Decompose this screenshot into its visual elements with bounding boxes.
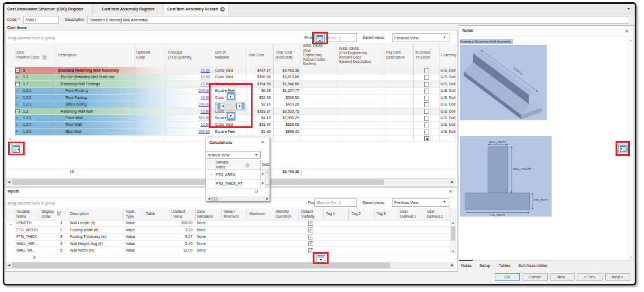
svg-text:WALL_WIDTH: WALL_WIDTH xyxy=(489,141,506,144)
svg-text:WALL_HEIGHT: WALL_HEIGHT xyxy=(513,168,532,171)
svg-text:FTG_THICK: FTG_THICK xyxy=(534,199,549,202)
svg-text:FTG_WIDTH: FTG_WIDTH xyxy=(490,214,506,217)
